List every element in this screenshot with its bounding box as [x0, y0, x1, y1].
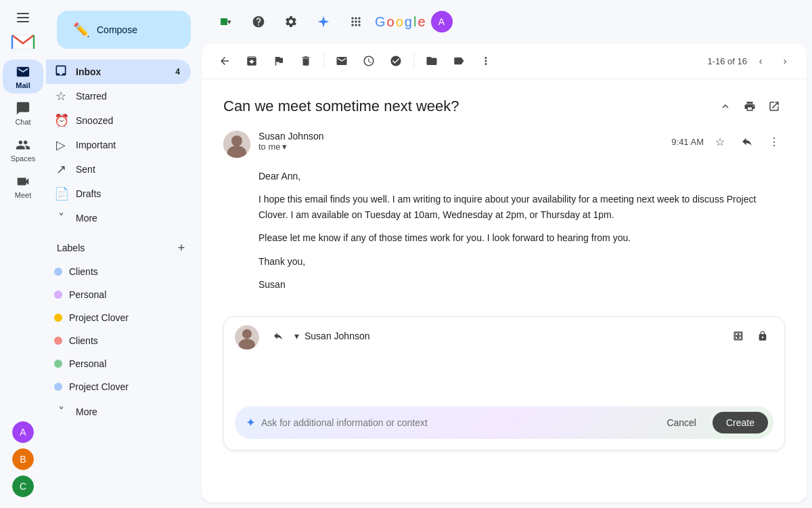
mark-unread-button[interactable]: [330, 49, 354, 73]
nav-starred[interactable]: ☆ Starred: [46, 84, 191, 108]
header-status-btn[interactable]: ▾: [212, 8, 240, 35]
label-project-clover1[interactable]: Project Clover: [46, 306, 191, 329]
nav-inbox[interactable]: Inbox 4: [46, 60, 191, 84]
gmail-logo[interactable]: [9, 33, 37, 51]
google-logo-g2: g: [405, 14, 412, 30]
reply-body[interactable]: [267, 352, 773, 393]
more-toolbar-button[interactable]: [474, 49, 498, 73]
top-header: ▾ G o o g l e: [202, 0, 812, 43]
apps-button[interactable]: [342, 8, 369, 35]
email-subject-text: Can we meet sometime next week?: [223, 98, 459, 115]
labels-add-button[interactable]: +: [172, 238, 191, 257]
more-msg-button[interactable]: ⋮: [763, 131, 785, 152]
settings-button[interactable]: [277, 8, 304, 35]
report-button[interactable]: [267, 49, 291, 73]
labels-header: Labels +: [46, 230, 202, 260]
reply-header-actions: [727, 325, 773, 347]
help-button[interactable]: [245, 8, 272, 35]
status-dropdown-icon: ▾: [227, 18, 231, 26]
nav-drafts[interactable]: 📄 Drafts: [46, 182, 191, 206]
rail-avatar-2[interactable]: B: [12, 448, 34, 470]
email-subject-row: Can we meet sometime next week?: [223, 96, 785, 117]
rail-item-mail[interactable]: Mail: [3, 60, 43, 93]
label-clients1[interactable]: Clients: [46, 260, 191, 283]
ai-prompt-bar: ✦ Cancel Create: [235, 406, 773, 439]
expand-subject-button[interactable]: [715, 96, 736, 117]
label-dot-clients2: [54, 337, 62, 345]
rail-avatar-3[interactable]: C: [12, 475, 34, 497]
main-area: ▾ G o o g l e: [202, 0, 812, 508]
ai-create-button[interactable]: Create: [713, 412, 768, 433]
compose-label: Compose: [97, 24, 137, 35]
back-button[interactable]: [212, 49, 237, 73]
sender-to-text: to me: [258, 142, 281, 152]
rail-item-spaces[interactable]: Spaces: [3, 133, 43, 167]
rail-meet-label: Meet: [15, 191, 31, 199]
inbox-icon: [54, 64, 68, 81]
user-avatar[interactable]: A: [431, 11, 453, 33]
rail-item-meet[interactable]: Meet: [3, 169, 43, 203]
toolbar-divider1: [323, 53, 324, 69]
nav-sent[interactable]: ↗ Sent: [46, 157, 191, 182]
subject-actions: [715, 96, 785, 117]
rail-item-hamburger[interactable]: [3, 5, 43, 30]
greeting: Dear Ann,: [258, 169, 785, 184]
rail-avatar-1[interactable]: A: [12, 421, 34, 443]
google-logo-o1: o: [387, 14, 394, 30]
nav-important[interactable]: ▷ Important: [46, 133, 191, 157]
spaces-icon: [15, 137, 31, 153]
snoozed-label: Snoozed: [76, 115, 113, 126]
rail-avatars: A B C: [12, 421, 34, 508]
compose-icon: ✏️: [73, 22, 90, 38]
reply-to-label: Susan Johnson: [304, 331, 370, 341]
labels-more[interactable]: ˅ More: [46, 400, 191, 424]
print-button[interactable]: [739, 96, 761, 117]
inbox-label: Inbox: [76, 66, 101, 77]
ai-cancel-button[interactable]: Cancel: [656, 412, 707, 433]
reply-button[interactable]: [736, 131, 758, 152]
reply-compose-btn[interactable]: [267, 325, 289, 347]
gemini-button[interactable]: [310, 8, 337, 35]
label-personal2[interactable]: Personal: [46, 352, 191, 375]
archive-button[interactable]: [240, 49, 264, 73]
star-button[interactable]: ☆: [709, 131, 731, 152]
move-button[interactable]: [420, 49, 444, 73]
snooze-button[interactable]: [357, 49, 381, 73]
compose-button[interactable]: ✏️ Compose: [57, 11, 191, 49]
google-logo[interactable]: G o o g l e: [375, 14, 426, 30]
label-project-clover2[interactable]: Project Clover: [46, 375, 191, 398]
next-page-button[interactable]: ›: [774, 50, 796, 72]
reply-header-left: ▾ Susan Johnson: [267, 325, 370, 347]
reply-dropdown-icon[interactable]: ▾: [294, 331, 299, 341]
message-time: 9:41 AM: [671, 137, 704, 147]
ai-prompt-input[interactable]: [261, 417, 650, 428]
nav-snoozed[interactable]: ⏰ Snoozed: [46, 108, 191, 133]
label-name-clients1: Clients: [69, 266, 98, 277]
open-in-new-button[interactable]: [763, 96, 785, 117]
reply-header-inner: ▾ Susan Johnson: [267, 325, 773, 352]
label-dot-project-clover1: [54, 314, 62, 322]
expand-reply-button[interactable]: [727, 325, 749, 347]
label-name-project-clover2: Project Clover: [69, 381, 129, 392]
labels-title: Labels: [57, 242, 85, 253]
delete-button[interactable]: [294, 49, 318, 73]
label-dot-personal1: [54, 291, 62, 299]
icon-rail: Mail Chat Spaces Meet A B: [0, 0, 46, 508]
hamburger-icon: [15, 9, 31, 26]
rail-item-chat[interactable]: Chat: [3, 96, 43, 130]
label-button[interactable]: [447, 49, 471, 73]
google-logo-o2: o: [396, 14, 403, 30]
label-personal1[interactable]: Personal: [46, 283, 191, 306]
label-name-personal1: Personal: [69, 289, 106, 300]
nav-more[interactable]: ˅ More: [46, 206, 191, 230]
label-clients2[interactable]: Clients: [46, 329, 191, 352]
lock-reply-button[interactable]: [752, 325, 773, 347]
prev-page-button[interactable]: ‹: [750, 50, 771, 72]
sender-to[interactable]: to me ▾: [258, 142, 663, 152]
important-icon: ▷: [54, 137, 68, 152]
inbox-badge: 4: [175, 67, 180, 77]
sender-info: Susan Johnson to me ▾: [258, 131, 663, 152]
task-button[interactable]: [384, 49, 408, 73]
pagination: 1-16 of 16 ‹ ›: [707, 50, 796, 72]
label-name-personal2: Personal: [69, 358, 106, 369]
